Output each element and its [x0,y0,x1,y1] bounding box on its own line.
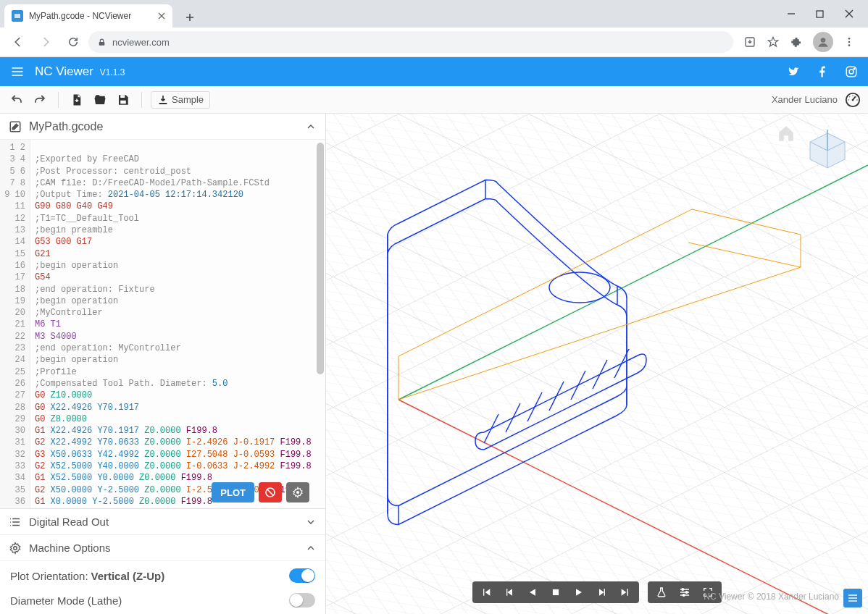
plot-orientation-label: Plot Orientation: [10,570,88,582]
file-panel-header[interactable]: MyPath.gcode [0,114,325,140]
3d-viewport[interactable]: NC Viewer © 2018 Xander Luciano [326,114,868,614]
window-maximize-icon[interactable] [816,10,827,18]
home-view-icon[interactable] [777,124,796,143]
svg-point-9 [854,68,855,70]
dro-panel-header[interactable]: Digital Read Out [0,509,325,535]
instagram-icon[interactable] [845,65,858,78]
toolbar: Sample Xander Luciano [0,86,868,114]
dashboard-icon[interactable] [845,92,861,108]
redo-button[interactable] [30,91,49,109]
play-icon[interactable] [572,586,585,599]
machine-options-label: Machine Options [29,542,111,554]
skip-end-icon[interactable] [619,586,632,599]
facebook-icon[interactable] [816,65,829,78]
svg-rect-19 [326,114,868,614]
sample-button[interactable]: Sample [151,91,210,109]
flask-icon[interactable] [655,586,668,599]
main-area: MyPath.gcode 1 2 3 4 5 6 7 8 9 10 11 12 … [0,114,868,614]
chevron-up-icon [305,121,317,133]
tab-title: MyPath.gcode - NCViewer [29,11,131,21]
user-name: Xander Luciano [772,94,838,105]
favicon-icon [12,10,23,22]
app-title: NC Viewer V1.1.3 [35,64,125,79]
code-editor[interactable]: 1 2 3 4 5 6 7 8 9 10 11 12 13 14 15 16 1… [0,140,325,509]
svg-rect-10 [120,95,125,98]
svg-point-6 [848,44,851,46]
svg-point-16 [296,491,299,494]
app-version: V1.1.3 [100,67,125,77]
browser-menu-icon[interactable] [843,36,855,48]
url-text: ncviewer.com [112,37,170,48]
url-field[interactable]: ncviewer.com [88,31,733,53]
app-title-text: NC Viewer [35,64,93,78]
address-bar: ncviewer.com [0,28,868,56]
toolbar-separator [141,92,142,108]
step-back-icon[interactable] [503,586,516,599]
profile-avatar-icon[interactable] [813,32,833,52]
playback-controls [472,581,639,603]
window-controls [787,0,864,28]
view-cube-gizmo[interactable] [806,130,849,173]
settings-button[interactable] [286,482,309,502]
code-content[interactable]: ;Exported by FreeCAD;Post Processor: cen… [30,140,325,508]
file-name: MyPath.gcode [29,120,103,133]
diameter-mode-toggle[interactable] [289,593,315,607]
footer-credit: NC Viewer © 2018 Xander Luciano [704,592,839,602]
window-close-icon[interactable] [845,9,856,18]
sliders-icon[interactable] [678,586,691,599]
scrollbar-thumb[interactable] [317,143,324,374]
gear-icon [9,542,22,555]
diameter-mode-row: Diameter Mode (Lathe) [10,593,315,607]
nav-forward-button[interactable] [33,31,58,53]
twitter-icon[interactable] [787,65,800,78]
edit-icon [9,120,22,133]
footer-logo-icon[interactable] [843,589,862,607]
diameter-mode-label: Diameter Mode (Lathe) [10,594,122,607]
plot-button-label: PLOT [220,487,246,498]
svg-point-5 [848,41,851,43]
plot-orientation-row: Plot Orientation: Vertical (Z-Up) [10,568,315,583]
address-bar-icons [736,32,862,52]
stop-icon[interactable] [549,586,562,599]
play-reverse-icon[interactable] [526,586,539,599]
svg-point-8 [849,70,854,74]
download-icon[interactable] [743,35,756,49]
browser-tab[interactable]: MyPath.gcode - NCViewer [4,4,172,28]
window-minimize-icon[interactable] [787,9,798,18]
line-gutter: 1 2 3 4 5 6 7 8 9 10 11 12 13 14 15 16 1… [0,140,30,508]
svg-point-13 [852,98,854,101]
browser-chrome: MyPath.gcode - NCViewer ncviewer.com [0,0,868,57]
svg-point-25 [682,589,684,591]
sample-label: Sample [172,94,204,105]
machine-options-panel-header[interactable]: Machine Options [0,535,325,561]
nav-back-button[interactable] [6,31,30,53]
plot-orientation-value: Vertical (Z-Up) [91,570,165,582]
svg-point-27 [683,594,685,597]
social-links [787,65,858,78]
cancel-button[interactable] [259,482,282,502]
tab-close-icon[interactable] [158,12,165,20]
open-file-button[interactable] [91,91,109,109]
extensions-icon[interactable] [790,35,803,49]
plot-button[interactable]: PLOT [212,482,254,502]
tab-strip: MyPath.gcode - NCViewer [0,0,868,28]
skip-start-icon[interactable] [480,586,493,599]
dro-label: Digital Read Out [29,516,109,528]
svg-point-26 [685,592,688,594]
svg-rect-24 [553,589,559,595]
svg-point-3 [821,38,826,43]
hamburger-menu-icon[interactable] [10,64,25,79]
nav-reload-button[interactable] [61,31,85,53]
lock-icon [97,38,107,47]
plot-orientation-toggle[interactable] [289,568,315,583]
svg-point-17 [14,546,17,550]
new-file-button[interactable] [67,91,86,109]
bookmark-icon[interactable] [767,35,780,49]
save-file-button[interactable] [114,91,133,109]
list-icon [9,516,22,529]
svg-rect-1 [99,41,105,45]
step-forward-icon[interactable] [596,586,609,599]
code-action-buttons: PLOT [212,482,309,502]
new-tab-button[interactable] [180,7,200,28]
undo-button[interactable] [7,91,26,109]
